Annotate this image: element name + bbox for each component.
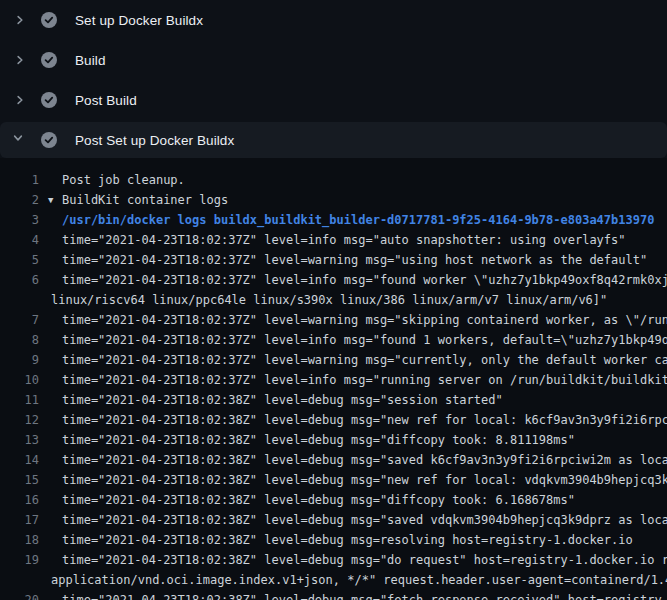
log-text: time="2021-04-23T18:02:37Z" level=info m… (62, 230, 626, 250)
step-label: Post Set up Docker Buildx (75, 133, 234, 148)
log-text: time="2021-04-23T18:02:38Z" level=debug … (62, 490, 575, 510)
log-row: 16 time="2021-04-23T18:02:38Z" level=deb… (0, 490, 667, 510)
log-text: time="2021-04-23T18:02:37Z" level=warnin… (62, 350, 667, 370)
line-number[interactable]: 17 (0, 510, 39, 530)
step-row[interactable]: Build (0, 40, 667, 80)
group-toggle-icon[interactable]: ▼ (48, 190, 53, 210)
log-text: time="2021-04-23T18:02:37Z" level=info m… (62, 270, 667, 290)
log-row: 14 time="2021-04-23T18:02:38Z" level=deb… (0, 450, 667, 470)
log-row: 18 time="2021-04-23T18:02:38Z" level=deb… (0, 530, 667, 550)
line-number[interactable]: 19 (0, 550, 39, 570)
log-row: 17 time="2021-04-23T18:02:38Z" level=deb… (0, 510, 667, 530)
line-number[interactable]: 12 (0, 410, 39, 430)
log-row: 2 ▼ BuildKit container logs (0, 190, 667, 210)
step-label: Build (75, 53, 106, 68)
chevron-right-icon (12, 12, 28, 28)
line-number[interactable]: 10 (0, 370, 39, 390)
log-text: BuildKit container logs (62, 190, 228, 210)
log-row: 13 time="2021-04-23T18:02:38Z" level=deb… (0, 430, 667, 450)
line-number[interactable]: 14 (0, 450, 39, 470)
log-text: time="2021-04-23T18:02:38Z" level=debug … (62, 430, 575, 450)
line-number[interactable]: 6 (0, 270, 39, 290)
step-row[interactable]: Post Build (0, 80, 667, 120)
line-number[interactable]: 20 (0, 590, 39, 600)
log-text: time="2021-04-23T18:02:38Z" level=debug … (62, 510, 667, 530)
line-number[interactable]: 18 (0, 530, 39, 550)
log-text: time="2021-04-23T18:02:38Z" level=debug … (62, 390, 503, 410)
line-number[interactable]: 7 (0, 310, 39, 330)
step-row[interactable]: Post Set up Docker Buildx (0, 122, 667, 158)
chevron-right-icon (12, 92, 28, 108)
log-text: time="2021-04-23T18:02:38Z" level=debug … (62, 470, 667, 490)
step-label: Set up Docker Buildx (75, 13, 203, 28)
log-text: time="2021-04-23T18:02:38Z" level=debug … (62, 410, 667, 430)
log-row: 9 time="2021-04-23T18:02:37Z" level=warn… (0, 350, 667, 370)
log-row: 10 time="2021-04-23T18:02:37Z" level=inf… (0, 370, 667, 390)
log-text: time="2021-04-23T18:02:37Z" level=warnin… (62, 250, 647, 270)
check-circle-icon (41, 52, 57, 68)
step-label: Post Build (75, 93, 137, 108)
log-text: /usr/bin/docker logs buildx_buildkit_bui… (62, 210, 654, 230)
check-circle-icon (41, 132, 57, 148)
check-circle-icon (41, 92, 57, 108)
line-number[interactable]: 1 (0, 170, 39, 190)
log-row: 15 time="2021-04-23T18:02:38Z" level=deb… (0, 470, 667, 490)
line-number[interactable]: 8 (0, 330, 39, 350)
log-text: time="2021-04-23T18:02:37Z" level=info m… (62, 330, 667, 350)
log-row: 7 time="2021-04-23T18:02:37Z" level=warn… (0, 310, 667, 330)
log-text: time="2021-04-23T18:02:38Z" level=debug … (62, 550, 667, 570)
log-row: 4 time="2021-04-23T18:02:37Z" level=info… (0, 230, 667, 250)
log-text: time="2021-04-23T18:02:37Z" level=info m… (62, 370, 667, 390)
line-number[interactable]: 16 (0, 490, 39, 510)
steps-list: Set up Docker Buildx Build Post Build (0, 0, 667, 158)
check-circle-icon (41, 12, 57, 28)
line-number[interactable]: 11 (0, 390, 39, 410)
log-text: Post job cleanup. (62, 170, 185, 190)
log-row: 11 time="2021-04-23T18:02:38Z" level=deb… (0, 390, 667, 410)
line-number[interactable]: 13 (0, 430, 39, 450)
line-number[interactable]: 3 (0, 210, 39, 230)
line-number[interactable]: 5 (0, 250, 39, 270)
log-text: time="2021-04-23T18:02:38Z" level=debug … (62, 530, 633, 550)
log-row: 20 time="2021-04-23T18:02:38Z" level=deb… (0, 590, 667, 600)
log-row: 5 time="2021-04-23T18:02:37Z" level=warn… (0, 250, 667, 270)
line-number[interactable]: 4 (0, 230, 39, 250)
step-row[interactable]: Set up Docker Buildx (0, 0, 667, 40)
log-row: 3 /usr/bin/docker logs buildx_buildkit_b… (0, 210, 667, 230)
line-number[interactable]: 2 (0, 190, 39, 210)
log-row: 6 time="2021-04-23T18:02:37Z" level=info… (0, 270, 667, 290)
log-row: 1 Post job cleanup. (0, 170, 667, 190)
log-row: 8 time="2021-04-23T18:02:37Z" level=info… (0, 330, 667, 350)
log-row: application/vnd.oci.image.index.v1+json,… (0, 570, 667, 590)
log-text: time="2021-04-23T18:02:38Z" level=debug … (62, 450, 667, 470)
log-row: linux/riscv64 linux/ppc64le linux/s390x … (0, 290, 667, 310)
log-text: linux/riscv64 linux/ppc64le linux/s390x … (51, 290, 607, 310)
log-row: 19 time="2021-04-23T18:02:38Z" level=deb… (0, 550, 667, 570)
log-row: 12 time="2021-04-23T18:02:38Z" level=deb… (0, 410, 667, 430)
chevron-right-icon (12, 52, 28, 68)
log-text: time="2021-04-23T18:02:37Z" level=warnin… (62, 310, 667, 330)
log-panel: 1 Post job cleanup. 2 ▼ BuildKit contain… (0, 158, 667, 600)
log-text: time="2021-04-23T18:02:38Z" level=debug … (62, 590, 667, 600)
line-number[interactable]: 15 (0, 470, 39, 490)
chevron-down-icon (12, 132, 28, 148)
log-text: application/vnd.oci.image.index.v1+json,… (51, 570, 667, 590)
line-number[interactable]: 9 (0, 350, 39, 370)
